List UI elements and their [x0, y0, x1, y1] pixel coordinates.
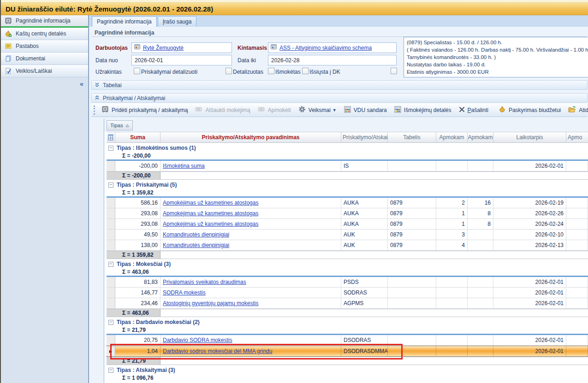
tabeliai-section-label: Tabeliai: [103, 82, 122, 88]
column-header-apmokam1[interactable]: Apmokam: [436, 132, 468, 142]
issiusta-dk-checkbox[interactable]: [391, 68, 397, 74]
collapse-group-icon[interactable]: −: [108, 320, 113, 325]
row-selector[interactable]: [107, 219, 115, 229]
vdu-sandara-button[interactable]: VDU sandara: [340, 105, 391, 116]
cell-laikotarpis: 2026-02-01: [493, 161, 566, 171]
row-selector[interactable]: [107, 208, 115, 218]
row-selector[interactable]: [107, 198, 115, 208]
prideti-priskaityma-button[interactable]: Pridėti priskaitymą / atskaitymą: [98, 105, 191, 116]
sidebar-item-veiklos-laiskai[interactable]: Veiklos/Laiškai: [1, 65, 88, 77]
group-footer-rest: [160, 172, 588, 179]
ismoketas-checkbox[interactable]: [302, 68, 309, 74]
paskyrimas-biudzetui-button[interactable]: Paskyrimas biudžetui: [495, 105, 564, 116]
sidebar: Pagrindinė informacija Kaštų centrų deta…: [1, 15, 89, 383]
pasalinti-button[interactable]: Pašalinti: [455, 105, 492, 116]
group-sum: Σ = -200,00: [107, 152, 588, 159]
table-row[interactable]: 146,77SODRA mokestisSODRAS2026-02-01: [107, 288, 588, 298]
chevron-double-down-icon[interactable]: [95, 81, 100, 89]
cell-tabelis: 0879: [388, 208, 436, 218]
table-row[interactable]: -200,00Išmokėtina sumaIS2026-02-01: [107, 161, 588, 171]
uzrakintas-checkbox[interactable]: [134, 68, 140, 74]
ismokejimu-detales-button[interactable]: Išmokėjimų detalės: [391, 105, 455, 116]
sidebar-item-label: Dokumentai: [16, 55, 45, 62]
group-header-row: −Tipas : Išmokėtinos sumos (1): [107, 144, 588, 152]
collapse-group-icon[interactable]: −: [108, 146, 113, 151]
atsaukti-mokejima-button: Atšaukti mokėjimą: [191, 105, 254, 116]
column-header-apmokam2[interactable]: Apmokam: [468, 132, 493, 142]
chevron-double-up-icon[interactable]: [95, 94, 100, 102]
sidebar-item-kastu-centru-detales[interactable]: Kaštų centrų detalės: [1, 28, 88, 40]
sidebar-item-dokumentai[interactable]: Dokumentai: [1, 53, 88, 65]
collapse-group-icon[interactable]: −: [108, 368, 113, 373]
tabeliai-section-bar[interactable]: Tabeliai: [91, 80, 588, 90]
cell-tabelis: 0879: [388, 230, 436, 240]
row-link[interactable]: Išmokėtina suma: [163, 163, 205, 169]
row-link[interactable]: Apmokėjimas už kasmetines atostogas: [163, 210, 258, 217]
sidebar-item-label: Veiklos/Laiškai: [16, 68, 52, 74]
cell-kodas: AUK: [341, 230, 388, 240]
table-row[interactable]: 138,00Komandiruotės dienpinigiaiAUK08794…: [107, 240, 588, 251]
table-row[interactable]: 586,16Apmokėjimas už kasmetines atostoga…: [107, 198, 588, 208]
cell-apmo: [566, 219, 588, 229]
sidebar-item-pagrindine-informacija[interactable]: Pagrindinė informacija: [1, 15, 88, 28]
cell-apmokam2: [468, 335, 493, 345]
cell-apmo: [566, 346, 588, 356]
sidebar-item-pastabos[interactable]: Pastabos: [1, 40, 88, 53]
row-selector[interactable]: [107, 298, 115, 308]
row-link[interactable]: Komandiruotės dienpinigiai: [163, 242, 229, 248]
priskaitymai-detalizuoti-checkbox[interactable]: [226, 68, 232, 74]
documents-icon: [5, 55, 12, 62]
column-header-apmo[interactable]: Apmo: [566, 132, 588, 142]
group-by-chip-tipas[interactable]: Tipas: [107, 120, 133, 130]
cell-suma: 138,00: [115, 240, 160, 250]
table-row[interactable]: 293,08Apmokėjimas už kasmetines atostoga…: [107, 219, 588, 230]
tab-pagrindine-informacija[interactable]: Pagrindinė informacija: [92, 16, 157, 27]
darbuotojas-link[interactable]: Rytė Žemuogytė: [143, 45, 184, 51]
column-header-pavadinimas[interactable]: Priskaitymo/Atskaitymo pavadinimas: [160, 132, 341, 142]
veiksmai-button[interactable]: Veiksmai ▼: [295, 105, 340, 116]
cell-kodas: AGPMS: [341, 298, 388, 308]
kintamasis-link[interactable]: ASS - Atlyginimo skaičiavimo schema: [279, 45, 372, 51]
cell-laikotarpis: 2026-02-01: [493, 277, 566, 287]
scheme-card-icon: [270, 43, 277, 52]
cell-apmo: [566, 288, 588, 298]
darbuotojas-label: Darbuotojas: [95, 45, 128, 51]
row-link[interactable]: Atostoginių gyventojų pajamų mokestis: [163, 300, 258, 306]
kintamasis-field[interactable]: ASS - Atlyginimo skaičiavimo schema: [268, 42, 397, 53]
darbuotojas-field[interactable]: Rytė Žemuogytė: [131, 42, 232, 53]
row-selector[interactable]: [107, 288, 115, 298]
priskaitymai-section-bar[interactable]: Priskaitymai / Atskaitymai: [91, 93, 588, 103]
atidaryti-button[interactable]: Atidaryti d: [564, 105, 588, 116]
data-iki-input[interactable]: [268, 55, 397, 65]
select-all-header[interactable]: [107, 132, 115, 142]
row-link[interactable]: Apmokėjimas už kasmetines atostogas: [163, 200, 258, 206]
cell-apmokam2: [468, 161, 493, 171]
tab-iraso-sauga[interactable]: Įrašo sauga: [158, 16, 197, 27]
sidebar-collapse-button[interactable]: «: [1, 77, 88, 88]
table-row[interactable]: 293,08Apmokėjimas už kasmetines atostoga…: [107, 208, 588, 219]
column-header-tabelis[interactable]: Tabelis: [388, 132, 436, 142]
column-header-laikotarpis[interactable]: Laikotarpis: [493, 132, 566, 142]
row-selector[interactable]: [107, 240, 115, 250]
table-row[interactable]: 81,83Privalomasis sveikatos draudimasPSD…: [107, 277, 588, 288]
data-nuo-input[interactable]: [131, 55, 232, 65]
toolbar-drag-handle[interactable]: [94, 106, 95, 115]
row-link[interactable]: Darbdavio SODRA mokestis: [163, 337, 232, 343]
collapse-group-icon[interactable]: −: [108, 262, 113, 267]
column-header-suma[interactable]: Suma: [115, 132, 160, 142]
row-selector[interactable]: [107, 277, 115, 287]
row-selector[interactable]: [107, 230, 115, 240]
row-link[interactable]: Privalomasis sveikatos draudimas: [163, 279, 246, 285]
row-link[interactable]: SODRA mokestis: [163, 289, 206, 296]
table-row[interactable]: 49,50Komandiruotės dienpinigiaiAUK087932…: [107, 230, 588, 240]
row-link[interactable]: Apmokėjimas už kasmetines atostogas: [163, 221, 258, 227]
column-header-kodas[interactable]: Priskaitymo/Atskait: [341, 132, 388, 142]
table-row[interactable]: 234,46Atostoginių gyventojų pajamų mokes…: [107, 298, 588, 309]
cell-apmokam2: [468, 277, 493, 287]
collapse-group-icon[interactable]: −: [108, 183, 113, 188]
detalizuotas-checkbox[interactable]: [268, 68, 274, 74]
row-selector[interactable]: [107, 161, 115, 171]
group-footer-sum: Σ = 463,06: [107, 309, 160, 317]
info-line: ( Faktinės valandos - 126.00 h. Darbas n…: [407, 46, 588, 53]
row-link[interactable]: Komandiruotės dienpinigiai: [163, 231, 229, 238]
